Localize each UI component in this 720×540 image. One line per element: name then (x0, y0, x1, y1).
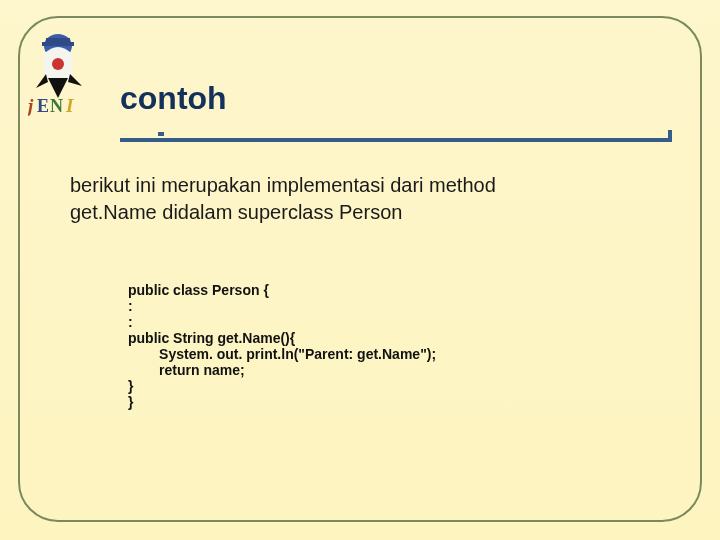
code-line: public String get.Name(){ (128, 330, 295, 346)
svg-text:E: E (37, 96, 49, 116)
code-line: } (128, 394, 133, 410)
code-line: : (128, 314, 133, 330)
svg-text:j: j (28, 95, 34, 116)
code-line: return name; (128, 362, 245, 378)
code-line: : (128, 298, 133, 314)
svg-text:I: I (65, 95, 74, 116)
code-line: public class Person { (128, 282, 269, 298)
svg-rect-2 (42, 42, 74, 46)
svg-text:N: N (50, 96, 63, 116)
code-line: System. out. print.ln("Parent: get.Name"… (128, 346, 436, 362)
svg-point-3 (52, 58, 64, 70)
desc-line-2: get.Name didalam superclass Person (70, 201, 402, 223)
jeni-logo-icon: j E N I (28, 30, 106, 128)
description-text: berikut ini merupakan implementasi dari … (70, 172, 660, 226)
title-underline (120, 128, 672, 148)
code-block: public class Person { : : public String … (128, 266, 436, 410)
slide-title: contoh (120, 80, 227, 117)
code-line: } (128, 378, 133, 394)
desc-line-1: berikut ini merupakan implementasi dari … (70, 174, 496, 196)
